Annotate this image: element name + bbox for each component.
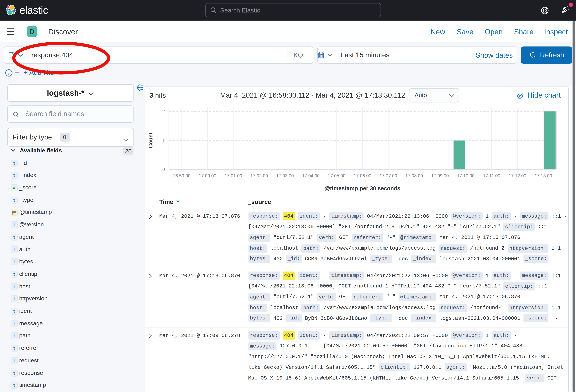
svg-text:17:05:00: 17:05:00 bbox=[328, 173, 346, 178]
svg-text:1: 1 bbox=[162, 138, 165, 143]
svg-text:0: 0 bbox=[162, 167, 165, 172]
svg-text:2: 2 bbox=[162, 109, 165, 114]
svg-text:17:11:00: 17:11:00 bbox=[483, 173, 500, 178]
svg-text:17:08:00: 17:08:00 bbox=[405, 173, 423, 178]
svg-text:17:01:00: 17:01:00 bbox=[225, 173, 242, 178]
svg-text:16:59:00: 16:59:00 bbox=[173, 173, 191, 178]
svg-text:17:04:00: 17:04:00 bbox=[302, 173, 319, 178]
svg-text:17:09:00: 17:09:00 bbox=[431, 173, 449, 178]
svg-text:17:07:00: 17:07:00 bbox=[379, 173, 397, 178]
svg-text:17:03:00: 17:03:00 bbox=[276, 173, 294, 178]
svg-text:17:10:00: 17:10:00 bbox=[457, 173, 475, 178]
svg-text:17:12:00: 17:12:00 bbox=[509, 173, 526, 178]
svg-text:17:00:00: 17:00:00 bbox=[199, 173, 216, 178]
svg-text:17:06:00: 17:06:00 bbox=[354, 173, 371, 178]
svg-text:17:13:00: 17:13:00 bbox=[534, 173, 552, 178]
svg-text:17:02:00: 17:02:00 bbox=[250, 173, 268, 178]
